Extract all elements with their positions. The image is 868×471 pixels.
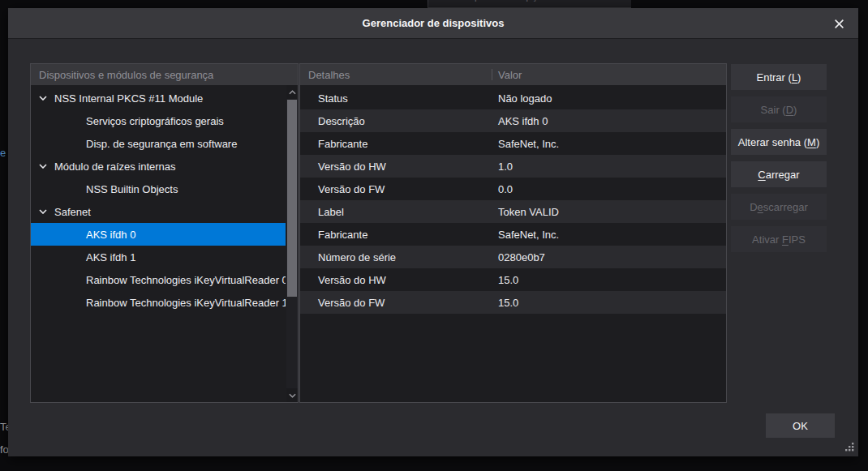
details-row: Versão do FW0.0 [300, 178, 726, 200]
device-tree-item[interactable]: Disp. de segurança em software [31, 132, 286, 155]
device-list-header: Dispositivos e módulos de segurança [31, 64, 298, 85]
device-tree-item-label: Safenet [54, 206, 91, 218]
chevron-down-icon[interactable] [39, 96, 54, 101]
details-rows: StatusNão logadoDescriçãoAKS ifdh 0Fabri… [300, 85, 726, 314]
detail-label: Status [300, 92, 480, 105]
chevron-down-icon[interactable] [39, 209, 54, 214]
dialog-title: Gerenciador de dispositivos [363, 17, 505, 29]
device-manager-dialog: Gerenciador de dispositivos Dispositivos… [8, 8, 858, 456]
detail-label: Versão do HW [300, 274, 480, 286]
button-label-key: F [782, 233, 789, 246]
detail-label: Fabricante [300, 138, 480, 150]
detail-value: 15.0 [498, 297, 518, 309]
detail-value: Token VALID [498, 206, 559, 218]
device-tree-item-label: NSS Internal PKCS #11 Module [54, 92, 203, 105]
detail-value: Não logado [498, 92, 552, 105]
detail-value: 15.0 [498, 274, 518, 286]
detail-value: 0.0 [498, 183, 513, 195]
device-tree-item[interactable]: Safenet [31, 200, 286, 223]
button-label-key: M [807, 136, 816, 148]
detail-value: AKS ifdh 0 [498, 115, 548, 127]
details-table-header: Detalhes Valor [300, 64, 726, 85]
valor-column-header: Valor [498, 64, 522, 85]
device-tree-item-label: Rainbow Technologies iKeyVirtualReader 0 [86, 274, 286, 286]
column-divider [492, 69, 492, 80]
logout-button[interactable]: Sair (D) [731, 96, 827, 122]
close-icon[interactable] [830, 15, 848, 32]
details-row: FabricanteSafeNet, Inc. [300, 132, 726, 155]
device-tree-item-label: AKS ifdh 0 [86, 229, 135, 241]
detail-label: Número de série [300, 251, 480, 263]
details-row: StatusNão logado [300, 87, 726, 109]
change-password-button[interactable]: Alterar senha (M) [731, 129, 827, 155]
device-tree-item-label: Módulo de raízes internas [54, 161, 176, 173]
device-tree-item-label: Serviços criptográficos gerais [86, 115, 224, 127]
button-label-suf: ) [793, 104, 797, 116]
device-tree: NSS Internal PKCS #11 ModuleServiços cri… [31, 85, 286, 402]
device-tree-item[interactable]: AKS ifdh 0 [31, 223, 286, 246]
page-link-fragment[interactable]: e [0, 147, 6, 159]
details-row: FabricanteSafeNet, Inc. [300, 223, 726, 246]
screen: Pesquisar em opções e Te fo... Gerenciad… [0, 0, 868, 471]
detail-value: 1.0 [498, 161, 513, 173]
scroll-up-icon[interactable] [286, 85, 298, 99]
settings-search-box[interactable]: Pesquisar em opções [428, 0, 631, 8]
details-row: Versão do HW15.0 [300, 268, 726, 291]
device-tree-item-label: NSS Builtin Objects [86, 183, 178, 195]
button-label-pre: Entrar ( [757, 71, 792, 83]
button-label-suf: scarregar [763, 201, 808, 213]
button-label-suf: IPS [789, 233, 806, 246]
details-row: Versão do HW1.0 [300, 155, 726, 178]
device-tree-item[interactable]: AKS ifdh 1 [31, 246, 286, 268]
button-label-suf: ) [797, 71, 801, 83]
details-row: Versão do FW15.0 [300, 291, 726, 314]
details-column-header: Detalhes [308, 69, 350, 81]
device-list-scrollbar[interactable] [286, 85, 298, 402]
device-tree-item[interactable]: Serviços criptográficos gerais [31, 109, 286, 132]
details-row: DescriçãoAKS ifdh 0 [300, 109, 726, 132]
device-tree-item-label: Disp. de segurança em software [86, 138, 237, 150]
device-tree-item-label: Rainbow Technologies iKeyVirtualReader 1 [86, 297, 286, 309]
detail-label: Versão do FW [300, 183, 480, 195]
button-label-pre: Ativar [752, 233, 782, 246]
details-row: LabelToken VALID [300, 200, 726, 223]
details-panel: Detalhes Valor StatusNão logadoDescrição… [299, 63, 727, 403]
button-label-pre: Sair ( [761, 104, 786, 116]
detail-label: Descrição [300, 115, 480, 127]
button-label-suf: arregar [766, 169, 800, 181]
detail-value: SafeNet, Inc. [498, 229, 559, 241]
device-tree-item[interactable]: Rainbow Technologies iKeyVirtualReader 0 [31, 268, 286, 291]
scroll-down-icon[interactable] [286, 388, 298, 402]
device-tree-item[interactable]: NSS Builtin Objects [31, 178, 286, 200]
load-button[interactable]: Carregar [731, 161, 827, 187]
login-button[interactable]: Entrar (L) [731, 64, 827, 90]
resize-grip[interactable] [844, 442, 854, 452]
detail-label: Versão do FW [300, 297, 480, 309]
device-tree-item[interactable]: NSS Internal PKCS #11 Module [31, 87, 286, 109]
detail-label: Versão do HW [300, 161, 480, 173]
button-label-pre: Alterar senha ( [738, 136, 807, 148]
detail-value: SafeNet, Inc. [498, 138, 559, 150]
dialog-titlebar: Gerenciador de dispositivos [8, 8, 858, 39]
button-label-key: C [758, 169, 765, 181]
details-row: Número de série0280e0b7 [300, 246, 726, 268]
device-list-panel: Dispositivos e módulos de segurança NSS … [30, 63, 299, 403]
detail-value: 0280e0b7 [498, 251, 545, 263]
button-label-key: D [786, 104, 793, 116]
button-label-key: e [758, 201, 763, 213]
device-tree-item[interactable]: Rainbow Technologies iKeyVirtualReader 1 [31, 291, 286, 314]
scrollbar-thumb[interactable] [287, 100, 297, 297]
detail-label: Fabricante [300, 229, 480, 241]
device-tree-item[interactable]: Módulo de raízes internas [31, 155, 286, 178]
unload-button[interactable]: Descarregar [731, 194, 827, 220]
button-label-suf: ) [816, 136, 819, 148]
chevron-down-icon[interactable] [39, 164, 54, 169]
enable-fips-button[interactable]: Ativar FIPS [731, 226, 827, 252]
device-tree-item-label: AKS ifdh 1 [86, 251, 135, 263]
button-label-pre: D [750, 201, 757, 213]
search-placeholder: Pesquisar em opções [453, 0, 554, 2]
detail-label: Label [300, 206, 480, 218]
ok-button[interactable]: OK [766, 413, 835, 438]
